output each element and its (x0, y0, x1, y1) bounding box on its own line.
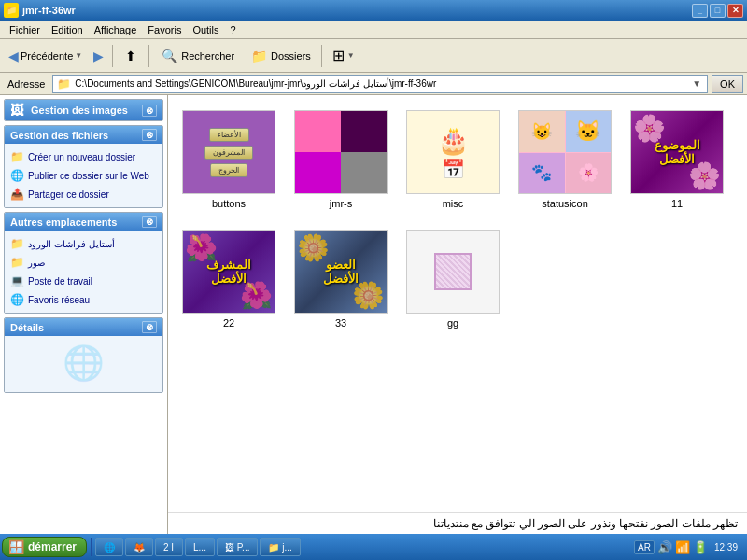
folders-button[interactable]: 📁 Dossiers (243, 44, 317, 68)
view-label: ⊞ (332, 47, 345, 64)
jmrs-cell-3 (295, 152, 341, 193)
places-link-3[interactable]: 🌐 Favoris réseau (10, 290, 157, 309)
status-preview: 😺 🐱 🐾 🌸 (519, 111, 611, 193)
window-icon: 📁 (4, 3, 19, 18)
places-collapse-icon[interactable]: ⊗ (142, 216, 157, 228)
file-label-statusicon: statusicon (542, 198, 588, 209)
view-dropdown-icon: ▼ (347, 51, 355, 60)
address-label: Adresse (4, 78, 49, 90)
up-button[interactable]: ⬆ (117, 44, 145, 68)
share-folder-link[interactable]: 📤 Partager ce dossier (10, 185, 157, 203)
file-item-jmrs[interactable]: jmr-s (289, 105, 392, 215)
file-item-22[interactable]: 🌺 المشرفالأفضل 🌺 22 (177, 224, 280, 334)
file-item-33[interactable]: 🌼 العضوالأفضل 🌼 33 (289, 224, 392, 334)
menu-favoris[interactable]: Favoris (142, 23, 187, 36)
search-button[interactable]: 🔍 Rechercher (153, 44, 241, 68)
sys-icon-3: 🔋 (693, 540, 708, 554)
file-item-11[interactable]: 🌸 الموضوعالأفضل 🌸 11 (626, 105, 728, 215)
file-grid: الأعضاء المشرفون الخروج buttons (177, 105, 738, 334)
image-section: 🖼 Gestion des images ⊗ (4, 99, 163, 121)
menu-bar: Fichier Edition Affichage Favoris Outils… (0, 21, 747, 39)
taskbar-sep-1 (91, 538, 92, 556)
details-section: Détails ⊗ 🌐 (4, 317, 163, 393)
title-bar-left: 📁 jmr-ff-36wr (4, 3, 76, 18)
menu-affichage[interactable]: Affichage (89, 23, 143, 36)
image-section-header[interactable]: 🖼 Gestion des images ⊗ (5, 100, 162, 120)
jmrs-cell-1 (295, 111, 341, 152)
jmrs-cell-2 (341, 111, 387, 152)
taskbar-item-label-1: 🦊 (134, 542, 145, 553)
file-item-buttons[interactable]: الأعضاء المشرفون الخروج buttons (177, 105, 280, 215)
status-cell-3: 🐾 (519, 153, 565, 194)
menu-help[interactable]: ? (225, 23, 242, 36)
menu-fichier[interactable]: Fichier (4, 23, 46, 36)
publish-folder-link[interactable]: 🌐 Publier ce dossier sur le Web (10, 166, 157, 185)
taskbar-item-5[interactable]: 📁 j... (260, 538, 300, 556)
taskbar-item-2[interactable]: 2 I (155, 538, 183, 556)
toolbar: ◀ Précédente ▼ ▶ ⬆ 🔍 Rechercher 📁 Dossie… (0, 39, 747, 73)
taskbar-item-0[interactable]: 🌐 (95, 538, 123, 556)
gg-preview (407, 231, 499, 313)
details-collapse-icon[interactable]: ⊗ (142, 321, 157, 333)
misc-preview: 🎂 📅 (407, 111, 499, 193)
minimize-button[interactable]: _ (692, 4, 708, 18)
file-item-statusicon[interactable]: 😺 🐱 🐾 🌸 statusicon (514, 105, 616, 215)
toolbar-separator-2 (148, 45, 149, 67)
places-link-0[interactable]: 📁 أستايل فراشات الورود (10, 234, 157, 253)
address-go-button[interactable]: OK (712, 75, 743, 93)
search-icon: 🔍 (160, 47, 178, 65)
file-grid-area: الأعضاء المشرفون الخروج buttons (168, 95, 747, 512)
details-section-header[interactable]: Détails ⊗ (5, 318, 162, 336)
file-label-gg: gg (447, 317, 458, 329)
share-folder-label: Partager ce dossier (28, 189, 109, 200)
taskbar: 🪟 démarrer 🌐 🦊 2 I L... 🖼 P... 📁 j... AR… (0, 534, 747, 560)
menu-edition[interactable]: Edition (46, 23, 89, 36)
places-link-1[interactable]: 📁 صور (10, 253, 157, 272)
left-panel: 🖼 Gestion des images ⊗ Gestion des fichi… (0, 95, 168, 534)
places-label-3: Favoris réseau (28, 295, 90, 305)
places-label-0: أستايل فراشات الورود (28, 239, 115, 249)
forward-button[interactable]: ▶ (89, 46, 108, 66)
window-title: jmr-ff-36wr (22, 5, 76, 16)
maximize-button[interactable]: □ (710, 4, 726, 18)
title-bar: 📁 jmr-ff-36wr _ □ ✕ (0, 0, 747, 21)
files-collapse-icon[interactable]: ⊗ (142, 129, 157, 141)
taskbar-item-3[interactable]: L... (185, 538, 215, 556)
address-dropdown-icon[interactable]: ▼ (690, 78, 703, 89)
btn-sim-1: الأعضاء (209, 128, 249, 142)
places-icon-0: 📁 (10, 237, 24, 250)
lang-indicator: AR (634, 540, 655, 554)
status-cell-4: 🌸 (566, 153, 612, 194)
arabic-preview-33: 🌼 العضوالأفضل 🌼 (295, 231, 387, 313)
places-link-2[interactable]: 💻 Poste de travail (10, 272, 157, 290)
places-section-header[interactable]: Autres emplacements ⊗ (5, 213, 162, 231)
taskbar-item-4[interactable]: 🖼 P... (217, 538, 259, 556)
sys-icon-1: 🔊 (657, 540, 672, 554)
start-button[interactable]: 🪟 démarrer (2, 537, 87, 557)
image-collapse-icon[interactable]: ⊗ (142, 105, 157, 117)
back-button[interactable]: ◀ Précédente ▼ (4, 46, 87, 66)
description-text: تظهر ملفات الصور نفتحها ونذور على الصور … (433, 517, 738, 530)
address-bar: Adresse 📁 C:\Documents and Settings\GENI… (0, 73, 747, 95)
sys-icon-2: 📶 (675, 540, 690, 554)
address-input-wrap[interactable]: 📁 C:\Documents and Settings\GENICOM\Bure… (52, 75, 708, 93)
create-folder-link[interactable]: 📁 Créer un nouveau dossier (10, 147, 157, 166)
status-cell-2: 🐱 (566, 111, 612, 152)
files-section-header[interactable]: Gestion des fichiers ⊗ (5, 126, 162, 144)
places-section: Autres emplacements ⊗ 📁 أستايل فراشات ال… (4, 212, 163, 314)
menu-outils[interactable]: Outils (187, 23, 224, 36)
back-dropdown-icon: ▼ (75, 51, 82, 60)
file-thumb-jmrs (294, 110, 388, 194)
status-cell-1: 😺 (519, 111, 565, 152)
address-path: C:\Documents and Settings\GENICOM\Bureau… (75, 78, 686, 89)
start-icon: 🪟 (8, 539, 24, 554)
gg-block (434, 253, 472, 290)
close-button[interactable]: ✕ (727, 4, 743, 18)
view-button[interactable]: ⊞ ▼ (326, 44, 361, 67)
file-thumb-33: 🌼 العضوالأفضل 🌼 (294, 230, 388, 314)
publish-folder-icon: 🌐 (10, 169, 24, 182)
file-item-gg[interactable]: gg (402, 224, 504, 334)
file-item-misc[interactable]: 🎂 📅 misc (402, 105, 504, 215)
taskbar-item-1[interactable]: 🦊 (125, 538, 153, 556)
publish-folder-label: Publier ce dossier sur le Web (28, 171, 149, 181)
